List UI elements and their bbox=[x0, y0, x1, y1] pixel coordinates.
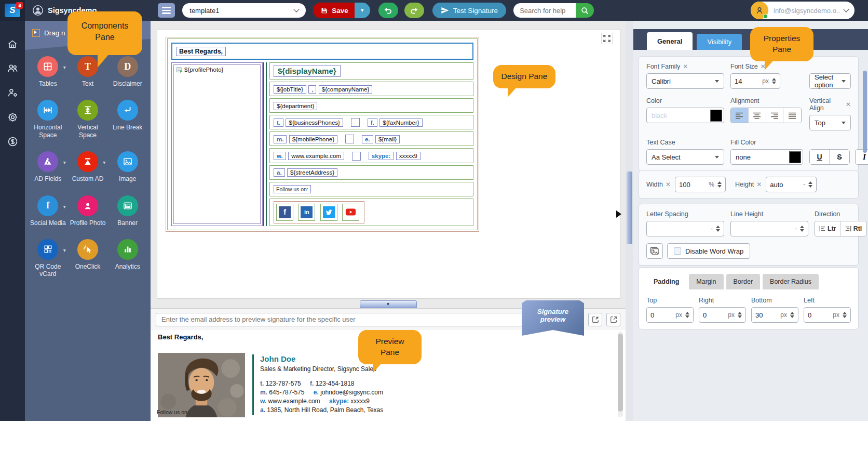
font-size-input[interactable]: 14px bbox=[730, 73, 780, 89]
business-phones-field[interactable]: ${businessPhones} bbox=[286, 118, 343, 127]
greeting-row[interactable]: Best Regards, bbox=[171, 43, 473, 60]
email-prefix[interactable]: e. bbox=[362, 135, 373, 143]
help-search-input[interactable] bbox=[513, 3, 576, 18]
stepper-icon[interactable] bbox=[772, 78, 776, 84]
signature-table[interactable]: Best Regards, ${profilePhoto} ${ bbox=[166, 37, 479, 232]
test-signature-button[interactable]: Test Signature bbox=[432, 3, 506, 18]
spacer-field[interactable] bbox=[352, 152, 361, 161]
nav-settings[interactable] bbox=[7, 111, 19, 123]
component-social-media[interactable]: f ▾ Social Media bbox=[28, 195, 68, 227]
padding-left-input[interactable]: 0px bbox=[804, 307, 851, 323]
phone-fax-row[interactable]: t. ${businessPhones} f. ${faxNumber} bbox=[269, 115, 473, 129]
align-left-button[interactable] bbox=[731, 108, 749, 123]
padding-top-input[interactable]: 0px bbox=[646, 307, 694, 323]
stepper-icon[interactable] bbox=[685, 312, 689, 318]
tab-border-radius[interactable]: Border Radius bbox=[763, 274, 819, 289]
ltr-button[interactable]: Ltr bbox=[815, 221, 841, 236]
tab-margin[interactable]: Margin bbox=[689, 274, 723, 289]
splitter-scrollbar[interactable] bbox=[627, 171, 632, 244]
greeting-field[interactable]: Best Regards, bbox=[176, 47, 226, 56]
phone-prefix[interactable]: t. bbox=[274, 118, 283, 127]
tab-visibility[interactable]: Visibility bbox=[697, 34, 742, 50]
follow-row[interactable]: Follow us on: bbox=[269, 182, 473, 196]
stepper-icon[interactable] bbox=[790, 312, 794, 318]
padding-bottom-input[interactable]: 30px bbox=[751, 307, 798, 323]
font-family-select[interactable]: Calibri bbox=[646, 73, 724, 89]
job-title-field[interactable]: ${jobTitle} bbox=[274, 85, 306, 94]
tab-general[interactable]: General bbox=[647, 32, 693, 50]
fill-color-input[interactable]: none bbox=[730, 149, 803, 165]
save-button[interactable]: Save bbox=[313, 3, 355, 18]
clear-icon[interactable]: ✕ bbox=[756, 181, 762, 188]
design-collapse-handle[interactable]: ▼ bbox=[360, 300, 417, 308]
redo-button[interactable] bbox=[404, 3, 424, 18]
department-row[interactable]: ${department} bbox=[269, 98, 473, 113]
nav-home[interactable] bbox=[7, 38, 18, 50]
tab-border[interactable]: Border bbox=[726, 274, 761, 289]
website-field[interactable]: www.example.com bbox=[288, 152, 344, 160]
preview-email-input[interactable] bbox=[156, 313, 584, 326]
department-field[interactable]: ${department} bbox=[274, 102, 317, 110]
color-swatch[interactable] bbox=[710, 110, 722, 122]
option-select[interactable]: Select option bbox=[809, 73, 851, 89]
help-search-button[interactable] bbox=[576, 3, 594, 18]
align-justify-button[interactable] bbox=[783, 108, 801, 123]
job-title-row[interactable]: ${jobTitle} , ${companyName} bbox=[269, 82, 473, 96]
profile-photo-cell[interactable]: ${profilePhoto} bbox=[171, 62, 263, 226]
properties-scrollbar[interactable] bbox=[863, 71, 867, 153]
width-input[interactable]: 100% bbox=[675, 177, 726, 192]
component-analytics[interactable]: Analytics bbox=[107, 239, 147, 278]
website-prefix[interactable]: w. bbox=[274, 152, 286, 160]
component-profile-photo[interactable]: Profile Photo bbox=[68, 195, 108, 227]
mobile-prefix[interactable]: m. bbox=[274, 135, 287, 143]
mail-field[interactable]: ${mail} bbox=[375, 135, 400, 143]
display-name-row[interactable]: ${displayName} bbox=[269, 62, 473, 80]
fax-prefix[interactable]: f. bbox=[368, 118, 377, 127]
nav-user-settings[interactable] bbox=[7, 87, 19, 99]
clear-icon[interactable]: ✕ bbox=[666, 181, 671, 188]
save-dropdown-button[interactable]: ▼ bbox=[355, 3, 370, 18]
nav-users[interactable] bbox=[7, 62, 19, 74]
twitter-link[interactable] bbox=[320, 204, 337, 221]
spacer-field[interactable] bbox=[351, 118, 360, 127]
mobile-mail-row[interactable]: m. ${mobilePhone} e. ${mail} bbox=[269, 131, 473, 146]
padding-right-input[interactable]: 0px bbox=[699, 307, 746, 323]
text-case-select[interactable]: Aa Select bbox=[646, 149, 724, 165]
stepper-icon[interactable] bbox=[716, 226, 720, 232]
component-qr-code-vcard[interactable]: ▾ QR Code vCard bbox=[28, 239, 68, 278]
component-banner[interactable]: Banner bbox=[107, 195, 147, 227]
stepper-icon[interactable] bbox=[800, 226, 804, 232]
display-name-field[interactable]: ${displayName} bbox=[274, 65, 341, 77]
word-wrap-option[interactable]: Disable Word Wrap bbox=[667, 243, 750, 259]
component-disclaimer[interactable]: D Disclaimer bbox=[107, 56, 147, 87]
chevron-down-icon[interactable]: ▾ bbox=[103, 160, 105, 165]
clear-icon[interactable]: ✕ bbox=[683, 63, 688, 70]
height-input[interactable]: auto- bbox=[766, 177, 817, 192]
app-logo[interactable]: S bbox=[0, 0, 25, 21]
strikethrough-button[interactable]: S bbox=[830, 150, 849, 164]
rtl-button[interactable]: Rtl bbox=[841, 221, 866, 236]
fill-color-swatch[interactable] bbox=[789, 151, 801, 163]
skype-prefix[interactable]: skype: bbox=[369, 152, 394, 160]
open-preview-external-button[interactable] bbox=[606, 313, 620, 326]
social-row[interactable]: f in bbox=[269, 199, 473, 226]
chevron-down-icon[interactable]: ▾ bbox=[63, 247, 66, 253]
linkedin-link[interactable]: in bbox=[298, 204, 315, 221]
nav-billing[interactable] bbox=[7, 136, 19, 148]
component-vertical-space[interactable]: Vertical Space bbox=[68, 100, 108, 139]
background-image-button[interactable] bbox=[646, 243, 663, 259]
word-wrap-checkbox[interactable] bbox=[674, 247, 681, 255]
undo-button[interactable] bbox=[378, 3, 398, 18]
component-horizontal-space[interactable]: Horizontal Space bbox=[28, 100, 68, 139]
chevron-down-icon[interactable]: ▾ bbox=[63, 204, 66, 209]
web-skype-row[interactable]: w. www.example.com skype: xxxxx9 bbox=[269, 148, 473, 163]
align-right-button[interactable] bbox=[766, 108, 784, 123]
fax-number-field[interactable]: ${faxNumber} bbox=[379, 118, 422, 127]
address-prefix[interactable]: a. bbox=[274, 168, 285, 177]
address-row[interactable]: a. ${streetAddress} bbox=[269, 165, 473, 180]
underline-button[interactable]: U bbox=[810, 150, 830, 164]
component-line-break[interactable]: Line Break bbox=[107, 100, 147, 139]
menu-toggle-button[interactable] bbox=[158, 3, 175, 18]
template-select[interactable]: template1 bbox=[182, 3, 306, 18]
component-oneclick[interactable]: OneClick bbox=[68, 239, 108, 278]
